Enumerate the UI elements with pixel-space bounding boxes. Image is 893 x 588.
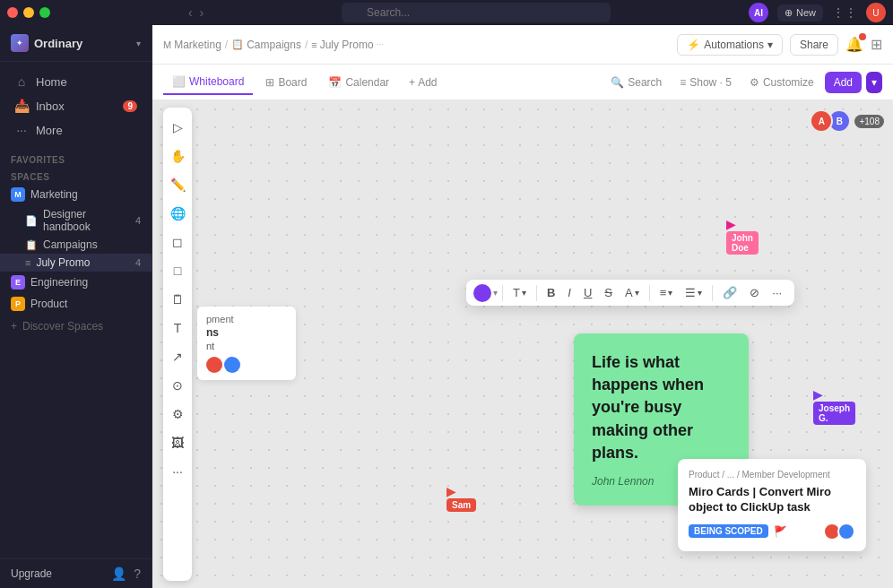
- cursor-john: ▶ John Doe: [726, 217, 736, 231]
- workspace-header[interactable]: ✦ Ordinary ▾: [0, 25, 152, 62]
- strike2-button[interactable]: ⊘: [744, 283, 765, 302]
- fmt-sep-4: [712, 285, 713, 301]
- engineering-icon: E: [11, 275, 25, 290]
- pen-tool[interactable]: ✏️: [165, 172, 190, 197]
- spaces-section: Spaces: [0, 167, 152, 184]
- connect-tool[interactable]: ⊙: [165, 373, 190, 398]
- discover-spaces[interactable]: + Discover Spaces: [0, 315, 152, 338]
- content-area: M Marketing / 📋 Campaigns / ≡ July Promo…: [152, 25, 893, 588]
- underline-button[interactable]: U: [578, 283, 597, 302]
- font-picker[interactable]: T ▾: [507, 283, 532, 302]
- ai-badge: AI: [749, 3, 768, 22]
- globe-tool[interactable]: 🌐: [165, 201, 190, 226]
- sidebar-item-inbox[interactable]: 📥 Inbox 9: [4, 94, 148, 117]
- font-color-button[interactable]: A ▾: [620, 283, 645, 302]
- add-chevron-button[interactable]: ▾: [866, 72, 882, 93]
- chevron-down-icon: ▾: [136, 39, 141, 48]
- arrow-tool[interactable]: ↗: [165, 344, 190, 369]
- strikethrough-button[interactable]: S: [599, 283, 618, 302]
- new-button[interactable]: ⊕ New: [777, 4, 823, 22]
- list-button[interactable]: ☰ ▾: [680, 283, 707, 302]
- workspace-icon: ✦: [11, 34, 29, 52]
- space-product[interactable]: P Product: [0, 293, 152, 315]
- sidebar-item-designer-handbook[interactable]: 📄 Designer handbook 4: [0, 205, 152, 236]
- space-engineering[interactable]: E Engineering: [0, 272, 152, 293]
- sidebar-item-campaigns[interactable]: 📋 Campaigns: [0, 236, 152, 254]
- favorites-section: Favorites: [0, 150, 152, 167]
- add-main-button[interactable]: Add: [825, 72, 862, 93]
- topbar: M Marketing / 📋 Campaigns / ≡ July Promo…: [152, 25, 893, 65]
- fmt-sep-3: [649, 285, 650, 301]
- footer-icons: 👤 ?: [111, 566, 141, 581]
- search-input[interactable]: [342, 3, 611, 22]
- minimize-button[interactable]: [23, 7, 34, 18]
- board-tab-icon: ⊞: [265, 76, 274, 89]
- sidebar-footer: Upgrade 👤 ?: [0, 558, 152, 588]
- tab-calendar[interactable]: 📅 Calendar: [319, 71, 398, 94]
- bc-sep-1: /: [225, 39, 228, 51]
- customize-action[interactable]: ⚙ Customize: [742, 72, 821, 93]
- upgrade-button[interactable]: Upgrade: [11, 567, 104, 580]
- color-picker[interactable]: [473, 284, 491, 302]
- campaigns-icon: 📋: [25, 239, 38, 251]
- cursor-joseph: ▶ Joseph G.: [813, 387, 823, 402]
- sticky-tool[interactable]: 🗒: [165, 287, 190, 312]
- forward-arrow[interactable]: ›: [200, 5, 204, 20]
- automations-button[interactable]: ⚡ Automations ▾: [677, 34, 783, 56]
- share-button[interactable]: Share: [790, 34, 838, 56]
- more-tools[interactable]: ⚙: [165, 402, 190, 427]
- notification-icon[interactable]: 🔔: [845, 36, 863, 53]
- align-button[interactable]: ≡ ▾: [655, 283, 679, 302]
- nav-arrows: ‹ ›: [188, 5, 204, 20]
- italic-button[interactable]: I: [562, 283, 577, 302]
- sidebar-item-july-promo[interactable]: ≡ July Promo 4: [0, 254, 152, 272]
- tab-board[interactable]: ⊞ Board: [256, 71, 316, 94]
- product-icon: P: [11, 297, 25, 311]
- search-wrapper: 🔍: [342, 3, 611, 22]
- task-avatars: [827, 523, 855, 540]
- more-format[interactable]: ···: [767, 283, 787, 302]
- breadcrumb-july-promo[interactable]: ≡ July Promo ···: [311, 39, 384, 51]
- breadcrumb-marketing[interactable]: M Marketing: [163, 39, 221, 51]
- hand-tool[interactable]: ✋: [165, 143, 190, 169]
- maximize-button[interactable]: [39, 7, 50, 18]
- designer-handbook-label: Designer handbook: [43, 208, 130, 233]
- more-icon: ···: [14, 123, 29, 137]
- text-tool[interactable]: T: [165, 316, 190, 341]
- left-avatar-2: [224, 357, 240, 373]
- user-avatar[interactable]: U: [866, 3, 886, 22]
- close-button[interactable]: [7, 7, 18, 18]
- user-settings-icon[interactable]: 👤: [111, 566, 126, 581]
- dots-tool[interactable]: ···: [165, 459, 190, 484]
- sidebar-nav: ⌂ Home 📥 Inbox 9 ··· More: [0, 62, 152, 150]
- search-action[interactable]: 🔍 Search: [603, 72, 669, 93]
- shape-tool[interactable]: □: [165, 258, 190, 283]
- bold-button[interactable]: B: [542, 283, 560, 302]
- canvas-avatar-group: A B +108: [815, 109, 884, 133]
- sidebar-item-home[interactable]: ⌂ Home: [4, 70, 148, 93]
- show-icon: ≡: [680, 76, 686, 89]
- color-chevron[interactable]: ▾: [493, 288, 498, 298]
- eraser-tool[interactable]: ◻: [165, 229, 190, 255]
- help-icon[interactable]: ?: [134, 566, 141, 581]
- grid-icon[interactable]: ⋮⋮: [832, 5, 857, 20]
- space-marketing[interactable]: M Marketing: [0, 184, 152, 205]
- task-footer: BEING SCOPED 🚩: [689, 523, 855, 540]
- breadcrumb-campaigns[interactable]: 📋 Campaigns: [231, 39, 301, 51]
- whiteboard-canvas[interactable]: ▷ ✋ ✏️ 🌐 ◻ □ 🗒 T ↗ ⊙ ⚙ 🖼 ··· A B +108: [152, 100, 893, 588]
- more-options-icon: ···: [377, 39, 384, 49]
- titlebar: ‹ › 🔍 AI ⊕ New ⋮⋮ U: [0, 0, 893, 25]
- tab-whiteboard[interactable]: ⬜ Whiteboard: [163, 70, 253, 95]
- show-action[interactable]: ≡ Show · 5: [672, 72, 739, 93]
- link-button[interactable]: 🔗: [717, 283, 742, 302]
- automations-chevron: ▾: [767, 39, 773, 51]
- sidebar-item-more[interactable]: ··· More: [4, 118, 148, 142]
- task-status: BEING SCOPED: [689, 524, 768, 538]
- add-view-button[interactable]: + Add: [402, 72, 444, 93]
- back-arrow[interactable]: ‹: [188, 5, 193, 20]
- layout-icon[interactable]: ⊞: [871, 36, 882, 53]
- image-tool[interactable]: 🖼: [165, 430, 190, 455]
- cursor-tool[interactable]: ▷: [165, 115, 190, 140]
- task-card[interactable]: Product / ... / Member Development Miro …: [678, 459, 866, 551]
- nav-home-label: Home: [36, 75, 67, 89]
